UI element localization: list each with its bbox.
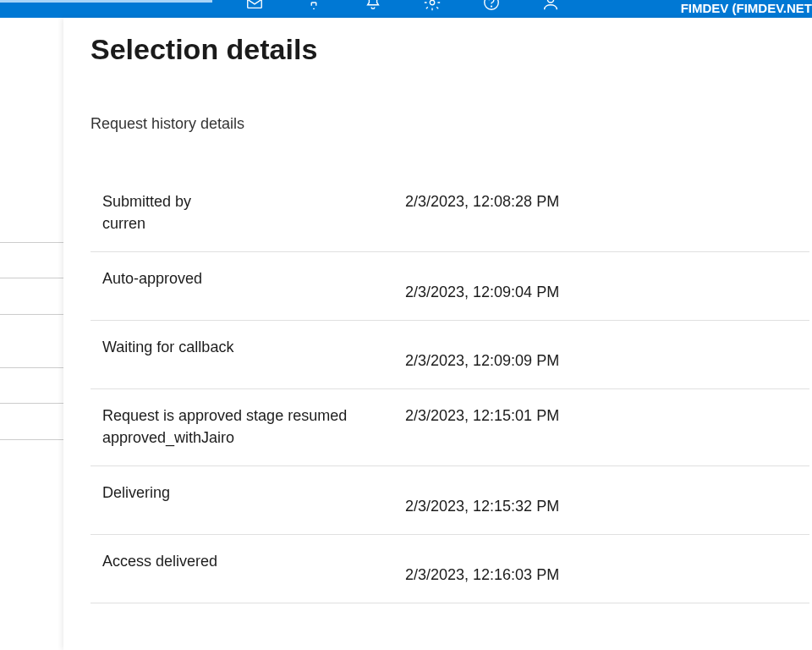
left-nav-row[interactable] [0, 242, 63, 278]
history-title: Access delivered [102, 550, 405, 572]
svg-point-2 [485, 0, 499, 9]
history-item: Submitted by curren 2/3/2023, 12:08:28 P… [91, 175, 809, 252]
history-timestamp: 2/3/2023, 12:16:03 PM [405, 550, 559, 586]
history-title: Waiting for callback [102, 336, 405, 358]
history-title: Request is approved stage resumed [102, 405, 405, 427]
history-title: Delivering [102, 482, 405, 504]
left-nav-row[interactable] [0, 404, 63, 440]
left-panel [0, 18, 63, 650]
history-item: Waiting for callback 2/3/2023, 12:09:09 … [91, 321, 809, 389]
svg-point-1 [430, 0, 435, 5]
section-label: Request history details [91, 115, 812, 133]
history-item: Auto-approved 2/3/2023, 12:09:04 PM [91, 252, 809, 321]
gear-icon[interactable] [423, 0, 442, 15]
svg-point-3 [491, 6, 492, 7]
top-bar: FIMDEV (FIMDEV.NET [0, 0, 812, 18]
tenant-label: FIMDEV (FIMDEV.NET [681, 1, 812, 15]
history-timestamp: 2/3/2023, 12:08:28 PM [405, 190, 559, 212]
history-sub: curren [102, 212, 405, 234]
history-title: Auto-approved [102, 267, 405, 289]
filter-icon[interactable] [304, 0, 323, 15]
help-icon[interactable] [482, 0, 501, 15]
history-timestamp: 2/3/2023, 12:09:09 PM [405, 336, 559, 372]
page-title: Selection details [91, 33, 812, 66]
history-sub: approved_withJairo [102, 427, 405, 449]
person-icon[interactable] [541, 0, 560, 15]
left-nav-row[interactable] [0, 367, 63, 404]
top-bar-icons [245, 0, 560, 15]
mail-icon[interactable] [245, 0, 264, 15]
top-bar-tab-indicator [0, 0, 212, 3]
history-item: Delivering 2/3/2023, 12:15:32 PM [91, 466, 809, 535]
bell-icon[interactable] [364, 0, 382, 15]
history-timestamp: 2/3/2023, 12:15:01 PM [405, 405, 559, 427]
history-title: Submitted by [102, 190, 405, 212]
history-item: Request is approved stage resumed approv… [91, 389, 809, 466]
svg-point-4 [547, 0, 553, 3]
history-list: Submitted by curren 2/3/2023, 12:08:28 P… [91, 175, 809, 603]
left-nav-row[interactable] [0, 278, 63, 315]
history-item: Access delivered 2/3/2023, 12:16:03 PM [91, 535, 809, 603]
main-content: Selection details Request history detail… [63, 18, 812, 650]
history-timestamp: 2/3/2023, 12:09:04 PM [405, 267, 559, 303]
history-timestamp: 2/3/2023, 12:15:32 PM [405, 482, 559, 517]
